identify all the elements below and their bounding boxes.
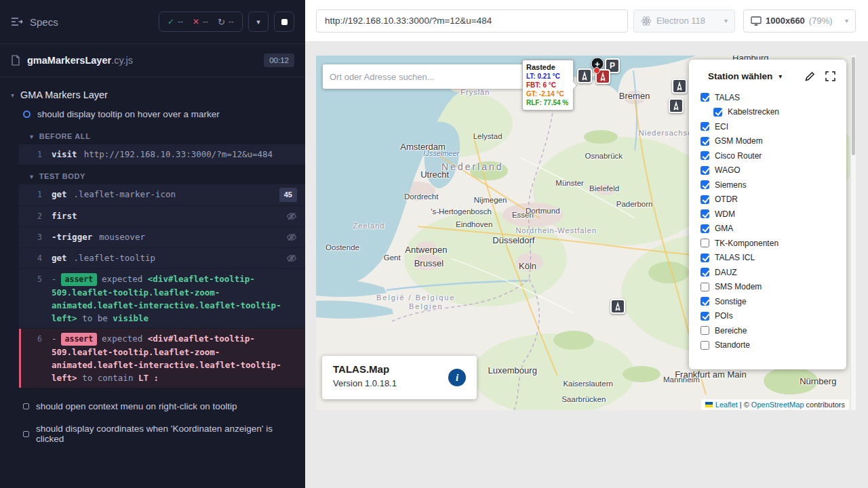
station-item-gma[interactable]: GMA [701,222,846,237]
search-input[interactable] [330,72,519,82]
checkbox[interactable] [701,253,709,262]
station-label: Bereiche [715,326,747,336]
checkbox[interactable] [701,166,709,175]
checkbox[interactable] [701,209,709,218]
pending-test-icon [23,431,29,437]
pending-test-row[interactable]: should display coordinates when 'Koordin… [0,418,305,450]
map-marker-station[interactable] [577,68,592,83]
station-label: Sonstige [715,297,747,306]
map-marker-station[interactable] [672,79,687,94]
scrollbar-thumb[interactable] [852,57,855,155]
test-body-header[interactable]: ▾ TEST BODY [0,165,305,184]
cypress-reporter: Specs ✓-- ✕-- ↻-- ▾ gmaMarkersLayer.cy.j… [0,0,305,488]
url-input[interactable]: http://192.168.10.33:3000/?m=12&u=484 [316,9,628,33]
station-label: TALAS [715,93,740,102]
specs-list-icon [11,17,23,26]
command-assert[interactable]: 6-assertexpected <div#leaflet-tooltip-50… [19,329,305,388]
checkbox[interactable] [701,195,709,204]
station-item-sms-modem[interactable]: SMS Modem [701,280,846,295]
checkbox[interactable] [713,108,722,117]
collapse-button[interactable]: ▾ [248,12,269,32]
station-label: DAUZ [715,268,737,277]
app-version: Version 1.0.18.1 [333,378,466,388]
command-first[interactable]: 2first [19,206,305,227]
pending-test-row[interactable]: should open context menu on right-click … [0,395,305,418]
cross-icon: ✕ [193,17,199,26]
map-marker-station[interactable] [669,98,684,113]
checkbox[interactable] [701,151,709,160]
station-item-dauz[interactable]: DAUZ [701,265,846,280]
before-all-header[interactable]: ▾ BEFORE ALL [0,125,305,144]
checkbox[interactable] [701,239,709,247]
suite-row[interactable]: ▾ GMA Markers Layer [0,81,305,103]
specs-header[interactable]: Specs [11,16,58,28]
command-get[interactable]: 1get.leaflet-marker-icon45 [19,184,305,206]
station-item-otdr[interactable]: OTDR [701,192,846,207]
page-scrollbar[interactable] [850,56,856,410]
marker-tooltip: Rastede LT: 0.21 °CFBT: 6 °CGT: -2.14 °C… [522,60,574,110]
map-search-box [323,64,526,89]
station-item-sonstige[interactable]: Sonstige [701,294,846,309]
station-item-wago[interactable]: WAGO [701,163,846,178]
edit-pencil-icon[interactable] [805,71,815,81]
station-label: TK-Komponenten [715,239,778,248]
leaflet-link[interactable]: Leaflet [715,401,738,409]
station-item-siemens[interactable]: Siemens [701,178,846,192]
viewport-selector[interactable]: 1000x660 (79%) ▾ [743,9,856,33]
leaflet-map[interactable]: HamburgBremenNiedersachsenFryslânLelysta… [316,56,856,410]
command-visit[interactable]: 1visithttp://192.168.10.33:3000/?m=12&u=… [19,144,305,165]
station-item-standorte[interactable]: Standorte [701,338,846,353]
station-item-talas[interactable]: TALAS [701,90,846,105]
checkbox[interactable] [701,137,709,146]
station-item-eci[interactable]: ECI [701,119,846,134]
checkbox[interactable] [701,122,709,131]
assert-badge: assert [61,273,98,286]
browser-selector[interactable]: Electron 118 ▾ [633,9,735,33]
checkbox[interactable] [701,341,709,350]
stat-passed: ✓-- [167,17,183,26]
pending-test-icon [23,403,29,409]
spec-file-icon [11,55,20,66]
map-marker-station[interactable] [610,299,625,314]
active-test-row[interactable]: should display tooltip on hover over a m… [0,103,305,125]
station-label: Standorte [715,340,750,350]
checkbox[interactable] [701,283,709,291]
monitor-icon [751,16,762,26]
osm-link[interactable]: OpenStreetMap [751,401,804,409]
checkbox[interactable] [701,312,709,321]
station-item-wdm[interactable]: WDM [701,207,846,222]
station-item-kabelstrecken[interactable]: Kabelstrecken [713,105,846,120]
app-version-card: TALAS.Map Version 1.0.18.1 i [322,356,477,399]
info-icon[interactable]: i [448,369,466,386]
station-item-talas-icl[interactable]: TALAS ICL [701,251,846,266]
chevron-down-icon[interactable]: ▾ [778,73,782,80]
checkbox[interactable] [701,297,709,306]
map-marker-alert[interactable] [595,69,610,84]
checkbox[interactable] [701,268,709,277]
app-root: Specs ✓-- ✕-- ↻-- ▾ gmaMarkersLayer.cy.j… [0,0,868,488]
checkbox[interactable] [701,224,709,233]
map-attribution: Leaflet | © OpenStreetMap contributors [701,399,849,410]
station-dropdown[interactable]: Station wählen [708,71,772,81]
viewport-size: 1000x660 [766,16,805,26]
station-item-pois[interactable]: POIs [701,309,846,324]
browser-name: Electron 118 [656,16,705,26]
station-item-cisco-router[interactable]: Cisco Router [701,148,846,163]
command-get[interactable]: 4get.leaflet-tooltip [19,248,305,269]
stop-button[interactable] [274,12,294,32]
station-label: OTDR [715,195,738,204]
station-item-bereiche[interactable]: Bereiche [701,323,846,338]
command-trigger[interactable]: 3-triggermouseover [19,227,305,248]
command-assert[interactable]: 5-assertexpected <div#leaflet-tooltip-50… [19,269,305,329]
station-item-gsm-modem[interactable]: GSM Modem [701,134,846,149]
station-label: ECI [715,122,728,131]
checkbox[interactable] [701,326,709,335]
tooltip-value-row: GT: -2.14 °C [526,89,570,98]
checkbox[interactable] [701,180,709,189]
station-item-tk-komponenten[interactable]: TK-Komponenten [701,236,846,251]
expand-icon[interactable] [825,71,835,81]
checkbox[interactable] [701,93,709,102]
test-title: should display coordinates when 'Koordin… [36,424,294,444]
station-panel-header: Station wählen ▾ [689,60,846,81]
spec-header-row: gmaMarkersLayer.cy.js 00:12 [0,43,305,77]
